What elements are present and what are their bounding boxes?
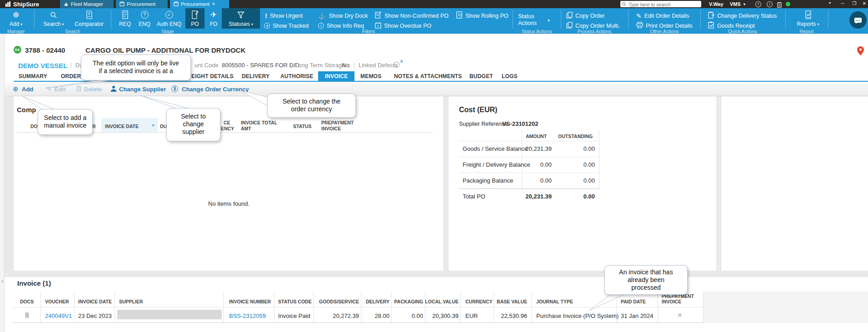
window-tab-procurement-2-active[interactable]: Procurement ✕ — [170, 0, 229, 8]
search-input[interactable] — [628, 1, 701, 8]
account-code-label-fragment: unt Code — [195, 62, 219, 69]
col-prepayment-1[interactable]: PREPAYMENT — [321, 120, 354, 125]
currency-icon: $ — [171, 85, 178, 92]
inv-col-invoice-date[interactable]: INVOICE DATE — [78, 299, 112, 304]
inv-col-voucher[interactable]: VOUCHER — [45, 299, 69, 304]
col-invoice-total-1[interactable]: INVOICE TOTAL — [241, 120, 277, 125]
enq-button[interactable]: ? ENQ — [135, 10, 154, 27]
po-button-selected[interactable]: PO — [185, 8, 205, 29]
group-label-filters: Filters — [362, 29, 375, 34]
user-label[interactable]: V.Way — [709, 1, 723, 7]
sort-down-icon[interactable]: ▼ — [151, 124, 155, 128]
tab-delivery[interactable]: DELIVERY — [242, 73, 269, 79]
help-icon[interactable]: ? — [755, 1, 761, 7]
inv-col-currency[interactable]: CURRENCY — [465, 299, 493, 304]
col-docs-fragment[interactable]: DO — [30, 124, 38, 129]
vms-menu[interactable]: VMS ▾ — [730, 1, 745, 7]
auth-enq-button[interactable]: ✓ Auth ENQ — [155, 10, 184, 27]
show-tracked-toggle[interactable]: ➤ Show Tracked — [264, 22, 309, 30]
inv-col-delivery[interactable]: DELIVERY — [361, 299, 389, 304]
chat-bubble-button[interactable]: ••• — [849, 11, 867, 29]
statuses-button-selected[interactable]: Statuses▾ — [222, 8, 260, 29]
col-currency-fragment-1[interactable]: CE — [224, 120, 230, 125]
clipboard-check-icon — [708, 21, 714, 30]
add-button[interactable]: ⊕ Add▾ — [2, 10, 30, 27]
tooltip-processed-invoice: An invoice that has already been process… — [604, 265, 688, 295]
invoice-number-link[interactable]: BSS-2312059 — [229, 312, 266, 319]
col-prepayment-2[interactable]: INVOICE — [321, 126, 341, 131]
comparator-doc-icon: $ — [71, 10, 107, 20]
check-circle-icon: ✓ — [155, 10, 184, 20]
add-invoice-button[interactable]: Add — [22, 86, 33, 93]
inv-col-base-value[interactable]: BASE VALUE — [495, 299, 527, 304]
inv-col-supplier[interactable]: SUPPLIER — [119, 299, 143, 304]
show-overdue-po-toggle[interactable]: Show Overdue PO — [375, 22, 431, 30]
close-window-icon[interactable]: ✕ — [861, 1, 868, 6]
expand-panel-icon[interactable]: › — [0, 278, 4, 284]
change-delivery-status-button[interactable]: Change Delivery Status — [708, 12, 777, 20]
col-currency-fragment-2[interactable]: ENCY — [221, 126, 234, 131]
inv-col-local-value[interactable]: LOCAL VALUE — [425, 299, 459, 304]
inv-col-prepayment-2[interactable]: INVOICE — [662, 299, 681, 304]
col-invoice-total-2[interactable]: AMT — [241, 126, 251, 131]
close-tab-icon[interactable]: ✕ — [212, 2, 215, 6]
window-tab-procurement-1[interactable]: Procurement — [116, 0, 168, 8]
inv-col-status-code[interactable]: STATUS CODE — [278, 299, 312, 304]
tab-freight-details[interactable]: EIGHT DETAILS — [191, 73, 234, 79]
show-dry-dock-toggle[interactable]: ⚓ Show Dry Dock — [318, 12, 368, 20]
info-icon[interactable]: i — [767, 1, 773, 7]
comparator-button[interactable]: $ Comparator — [71, 10, 107, 27]
right-collapsed-strip[interactable] — [717, 96, 721, 271]
location-pin-icon[interactable] — [857, 46, 864, 55]
tab-budget[interactable]: BUDGET — [469, 73, 493, 79]
tab-notes-attachments[interactable]: NOTES & ATTACHMENTS — [394, 73, 462, 79]
group-label-stage: Stage — [161, 29, 174, 34]
paperclip-icon[interactable] — [25, 311, 30, 321]
status-actions-button[interactable]: Status Actions — [518, 13, 537, 27]
copy-order-button[interactable]: Copy Order — [566, 12, 605, 20]
ribbon-collapse-icon[interactable]: ▾ — [826, 1, 833, 5]
linked-defects-info-icon[interactable]: i — [394, 62, 399, 68]
inv-col-journal-type[interactable]: JOURNAL TYPE — [536, 299, 573, 304]
show-non-confirmed-po-toggle[interactable]: Show Non-Confirmed PO — [375, 12, 449, 20]
minimize-icon[interactable]: ─ — [839, 1, 846, 6]
tab-authorise[interactable]: AUTHORISE — [280, 73, 313, 79]
col-invoice-date[interactable]: INVOICE DATE — [105, 124, 139, 129]
tooltip-tail — [238, 89, 270, 108]
fo-button[interactable]: ✈ FO — [205, 10, 223, 27]
inv-col-goods-service[interactable]: GOODS/SERVICE — [314, 299, 359, 304]
col-due-fragment[interactable]: DU — [160, 124, 167, 129]
group-label-report: Report — [799, 29, 814, 34]
shipsure-logo-icon — [5, 1, 11, 7]
show-info-req-toggle[interactable]: i Show Info Req — [318, 22, 364, 30]
search-button[interactable]: Search▾ — [40, 10, 67, 27]
tab-logs[interactable]: LOGS — [502, 73, 518, 79]
req-doc-icon — [116, 10, 134, 20]
inv-col-invoice-number[interactable]: INVOICE NUMBER — [229, 299, 271, 304]
tab-memos[interactable]: MEMOS — [360, 73, 381, 79]
req-button[interactable]: REQ — [116, 10, 134, 27]
voucher-link[interactable]: 240049V1 — [45, 312, 72, 319]
inv-col-packaging[interactable]: PACKAGING — [393, 299, 423, 304]
add-invoice-icon[interactable]: ⊕ — [13, 85, 19, 93]
vessel-name[interactable]: DEMO VESSEL — [18, 62, 67, 69]
inv-col-docs[interactable]: DOCS — [20, 299, 34, 304]
window-tab-fleet-manager[interactable]: Fleet Manager — [60, 0, 114, 8]
group-label-quick-actions: Quick Actions — [728, 29, 757, 34]
app-name: ShipSure — [13, 1, 39, 8]
invoice-date-cell: 23 Dec 2023 — [78, 312, 112, 319]
clipboard-arrow-icon — [708, 11, 714, 20]
cost-col-outstanding: OUTSTANDING — [558, 134, 593, 139]
panel-divider — [443, 96, 449, 271]
edit-order-details-button[interactable]: ✎ Edit Order Details — [636, 12, 689, 20]
col-status[interactable]: STATUS — [293, 124, 311, 129]
divider — [71, 62, 71, 68]
tooltip-add-invoice: Select to add a manual invoice — [38, 109, 93, 135]
show-urgent-toggle[interactable]: ! Show Urgent — [265, 12, 303, 20]
reports-button[interactable]: Reports▾ — [792, 10, 824, 27]
show-rolling-po-toggle[interactable]: ↻ Show Rolling PO — [456, 12, 509, 20]
collapsed-side-panel[interactable]: › — [0, 34, 5, 332]
col-voucher-fragment[interactable]: R — [92, 124, 96, 129]
restore-icon[interactable]: ❐ — [851, 1, 858, 6]
tab-invoice-active[interactable]: INVOICE — [318, 71, 354, 81]
